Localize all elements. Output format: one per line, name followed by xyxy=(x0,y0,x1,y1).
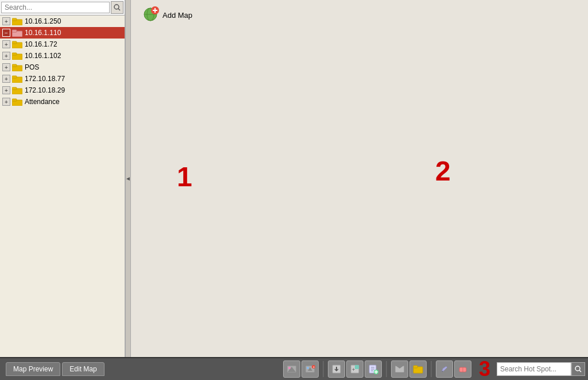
tree-item-item-8[interactable]: + Attendance xyxy=(0,96,125,108)
svg-point-26 xyxy=(288,367,291,369)
folder-icon-item-8 xyxy=(12,98,22,106)
expand-btn-item-7[interactable]: + xyxy=(2,86,10,94)
add-map-icon xyxy=(142,6,160,25)
svg-rect-7 xyxy=(12,41,17,44)
svg-rect-46 xyxy=(413,366,417,368)
svg-rect-9 xyxy=(12,53,17,55)
toolbar-export-icon[interactable]: + xyxy=(346,360,363,378)
bottom-toolbar: Map Preview Edit Map + xyxy=(0,357,588,380)
svg-rect-15 xyxy=(12,87,17,90)
region-label-1: 1 xyxy=(177,161,192,193)
svg-rect-35 xyxy=(355,365,359,369)
tree-item-item-1[interactable]: + 10.16.1.250 xyxy=(0,16,125,27)
tree-label-item-6: 172.10.18.77 xyxy=(25,75,65,83)
svg-line-1 xyxy=(118,9,120,10)
tree-label-item-7: 172.10.18.29 xyxy=(25,86,65,94)
tree-item-item-4[interactable]: + 10.16.1.102 xyxy=(0,50,125,62)
svg-rect-11 xyxy=(12,64,17,67)
svg-text:+: + xyxy=(313,365,315,369)
toolbar-icons-group2: + xyxy=(328,360,382,378)
expand-btn-item-5[interactable]: + xyxy=(2,63,10,71)
folder-icon-item-6 xyxy=(12,75,22,83)
app: + 10.16.1.250− 10.16.1.110+ 10.16.1.72+ … xyxy=(0,0,588,380)
search-icon xyxy=(114,4,121,11)
tree-label-item-2: 10.16.1.110 xyxy=(25,29,61,37)
svg-text:+: + xyxy=(352,367,355,373)
expand-btn-item-8[interactable]: + xyxy=(2,98,10,106)
tree-label-item-1: 10.16.1.250 xyxy=(25,17,61,25)
add-map-button[interactable]: Add Map xyxy=(142,6,192,25)
svg-point-49 xyxy=(575,366,580,371)
hotspot-search-button[interactable] xyxy=(571,362,585,376)
toolbar-import-icon[interactable] xyxy=(328,360,345,378)
folder-icon-item-4 xyxy=(12,52,22,60)
tree-item-item-3[interactable]: + 10.16.1.72 xyxy=(0,39,125,50)
svg-line-50 xyxy=(579,370,581,372)
content-area: Add Map 1 2 xyxy=(131,0,588,357)
toolbar-sep-2 xyxy=(386,361,387,377)
expand-btn-item-4[interactable]: + xyxy=(2,52,10,60)
expand-btn-item-1[interactable]: + xyxy=(2,17,10,25)
folder-icon-item-3 xyxy=(12,40,22,48)
expand-btn-item-3[interactable]: + xyxy=(2,40,10,48)
toolbar-icons-group4 xyxy=(436,360,471,378)
search-bar xyxy=(0,0,125,16)
toolbar-icons-group3 xyxy=(391,360,427,378)
tree-label-item-4: 10.16.1.102 xyxy=(25,52,61,60)
toolbar-icons-group1: + xyxy=(283,360,319,378)
tree-label-item-3: 10.16.1.72 xyxy=(25,40,57,48)
svg-rect-3 xyxy=(12,18,17,21)
search-button[interactable] xyxy=(111,1,123,14)
tree-item-item-6[interactable]: + 172.10.18.77 xyxy=(0,73,125,85)
region-label-3: 3 xyxy=(479,357,490,380)
svg-rect-17 xyxy=(12,99,17,101)
tree-item-item-5[interactable]: + POS xyxy=(0,62,125,73)
expand-btn-item-6[interactable]: + xyxy=(2,75,10,83)
toolbar-erase-icon[interactable] xyxy=(454,360,471,378)
search-input[interactable] xyxy=(1,2,110,13)
main-area: + 10.16.1.250− 10.16.1.110+ 10.16.1.72+ … xyxy=(0,0,588,357)
toolbar-sep-3 xyxy=(431,361,432,377)
folder-icon-item-1 xyxy=(12,17,22,25)
folder-icon-item-2 xyxy=(12,29,22,37)
hotspot-search-icon xyxy=(575,366,582,373)
map-preview-tab[interactable]: Map Preview xyxy=(6,362,60,376)
tree-item-item-2[interactable]: − 10.16.1.110 xyxy=(0,27,125,39)
svg-rect-13 xyxy=(12,76,17,78)
search-hotspot xyxy=(497,362,585,376)
tree-list: + 10.16.1.250− 10.16.1.110+ 10.16.1.72+ … xyxy=(0,16,125,357)
toolbar-sep-1 xyxy=(323,361,324,377)
svg-point-0 xyxy=(114,5,119,9)
svg-point-28 xyxy=(307,367,309,369)
toolbar-draw-icon[interactable] xyxy=(436,360,453,378)
edit-map-tab[interactable]: Edit Map xyxy=(62,362,104,376)
collapse-handle[interactable]: ◄ xyxy=(125,0,131,357)
toolbar-new-map-icon[interactable] xyxy=(365,360,382,378)
toolbar-map-icon2[interactable]: + xyxy=(301,360,319,378)
sidebar: + 10.16.1.250− 10.16.1.110+ 10.16.1.72+ … xyxy=(0,0,125,357)
add-map-svg xyxy=(142,6,160,23)
tree-label-item-5: POS xyxy=(25,63,39,71)
hotspot-search-input[interactable] xyxy=(497,362,571,376)
add-map-label: Add Map xyxy=(163,11,192,20)
toolbar-save-icon[interactable] xyxy=(391,360,408,378)
folder-icon-item-5 xyxy=(12,63,22,71)
svg-rect-5 xyxy=(12,30,17,32)
tree-item-item-7[interactable]: + 172.10.18.29 xyxy=(0,85,125,96)
region-label-2: 2 xyxy=(435,155,451,187)
tree-label-item-8: Attendance xyxy=(25,98,60,106)
toolbar-map-icon1[interactable] xyxy=(283,360,300,378)
expand-btn-item-2[interactable]: − xyxy=(2,29,10,37)
folder-icon-item-7 xyxy=(12,86,22,94)
collapse-arrow-icon: ◄ xyxy=(125,175,131,182)
toolbar-folder-icon[interactable] xyxy=(409,360,427,378)
